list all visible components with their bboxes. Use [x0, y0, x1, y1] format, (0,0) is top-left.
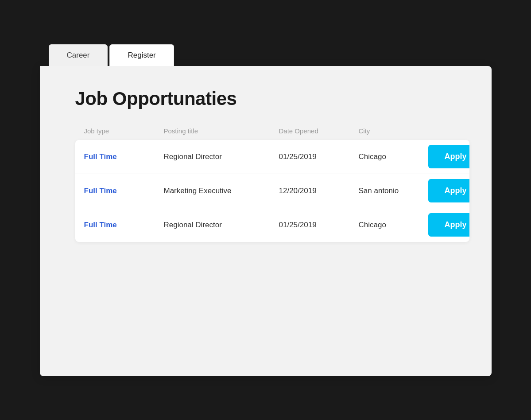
table-row: Full Time Marketing Executive 12/20/2019… — [75, 174, 469, 208]
date-opened-1: 01/25/2019 — [279, 152, 359, 161]
page-title: Job Opportunaties — [75, 88, 469, 109]
apply-button-3[interactable]: Apply — [428, 213, 469, 237]
job-type-1: Full Time — [84, 152, 164, 161]
table-row: Full Time Regional Director 01/25/2019 C… — [75, 140, 469, 174]
main-panel: Job Opportunaties Job type Posting title… — [40, 66, 492, 376]
jobs-table: Job type Posting title Date Opened City … — [75, 127, 469, 242]
tabs-row: Career Register — [49, 44, 492, 66]
apply-button-1[interactable]: Apply — [428, 145, 469, 168]
job-type-2: Full Time — [84, 187, 164, 195]
col-header-posting-title: Posting title — [164, 127, 279, 135]
apply-button-2[interactable]: Apply — [428, 179, 469, 202]
col-header-date-opened: Date Opened — [279, 127, 359, 135]
posting-title-3: Regional Director — [164, 221, 279, 229]
tab-register[interactable]: Register — [109, 44, 174, 66]
col-header-city: City — [359, 127, 447, 135]
col-header-job-type: Job type — [84, 127, 164, 135]
table-header: Job type Posting title Date Opened City — [75, 127, 469, 140]
posting-title-2: Marketing Executive — [164, 187, 279, 195]
window-container: Career Register Job Opportunaties Job ty… — [40, 44, 492, 376]
date-opened-2: 12/20/2019 — [279, 187, 359, 195]
jobs-list: Full Time Regional Director 01/25/2019 C… — [75, 140, 469, 242]
date-opened-3: 01/25/2019 — [279, 221, 359, 229]
table-row: Full Time Regional Director 01/25/2019 C… — [75, 208, 469, 242]
tab-career[interactable]: Career — [49, 44, 108, 66]
job-type-3: Full Time — [84, 221, 164, 229]
posting-title-1: Regional Director — [164, 152, 279, 161]
